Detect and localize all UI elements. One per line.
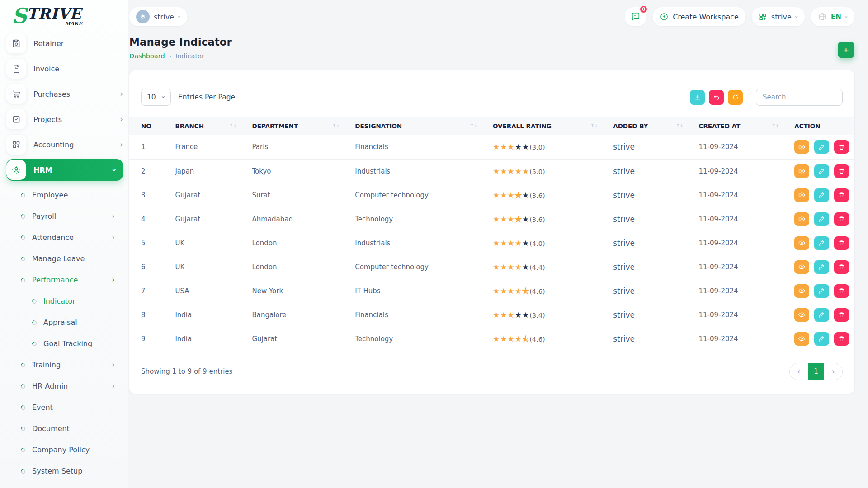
column-header-added-by[interactable]: ADDED BY↑↓ bbox=[609, 117, 694, 135]
view-button[interactable] bbox=[794, 188, 809, 202]
sidebar-item-company-policy[interactable]: Company Policy bbox=[6, 439, 123, 460]
view-button[interactable] bbox=[794, 332, 809, 346]
invoice-icon bbox=[6, 59, 26, 79]
sort-icon[interactable]: ↑↓ bbox=[772, 123, 779, 129]
sidebar-item-label: HRM bbox=[33, 166, 52, 174]
sidebar-item-invoice[interactable]: Invoice bbox=[6, 58, 123, 80]
cell-designation: Financials bbox=[350, 303, 488, 327]
sort-icon[interactable]: ↑↓ bbox=[470, 123, 477, 129]
view-button[interactable] bbox=[794, 284, 809, 298]
sidebar-item-label: Goal Tracking bbox=[43, 339, 92, 348]
cell-overall-rating: ★★★★★(5.0) bbox=[488, 159, 609, 183]
view-button[interactable] bbox=[794, 236, 809, 250]
export-button[interactable] bbox=[690, 90, 705, 105]
sort-icon[interactable]: ↑↓ bbox=[332, 123, 340, 129]
sidebar-item-appraisal[interactable]: Appraisal bbox=[6, 312, 123, 333]
cell-added-by: strive bbox=[609, 231, 694, 255]
undo-button[interactable] bbox=[709, 90, 724, 105]
edit-button[interactable] bbox=[814, 260, 829, 274]
column-header-department[interactable]: DEPARTMENT↑↓ bbox=[247, 117, 350, 135]
added-by-name: strive bbox=[613, 239, 635, 248]
sidebar-nav: Retainer Invoice Purchases › Projects bbox=[0, 30, 128, 482]
chat-button[interactable]: 0 bbox=[625, 7, 646, 26]
hrm-users-icon bbox=[6, 160, 26, 180]
sort-icon[interactable]: ↑↓ bbox=[229, 123, 236, 129]
sidebar-item-performance[interactable]: Performance › bbox=[6, 269, 123, 291]
column-header-created-at[interactable]: CREATED AT↑↓ bbox=[694, 117, 790, 135]
delete-button[interactable] bbox=[834, 332, 849, 346]
edit-button[interactable] bbox=[814, 308, 829, 322]
sort-icon[interactable]: ↑↓ bbox=[676, 123, 683, 129]
pagination: ‹ 1 › bbox=[789, 363, 843, 380]
sidebar-item-retainer[interactable]: Retainer bbox=[6, 33, 123, 54]
edit-button[interactable] bbox=[814, 188, 829, 202]
star-rating: ★★★★★(4.4) bbox=[493, 263, 545, 272]
view-button[interactable] bbox=[794, 140, 809, 154]
sidebar-item-payroll[interactable]: Payroll › bbox=[6, 206, 123, 227]
column-header-no: NO bbox=[129, 117, 170, 135]
cell-designation: IT Hubs bbox=[350, 279, 488, 303]
sidebar-item-accounting[interactable]: Accounting › bbox=[6, 134, 123, 155]
eye-icon bbox=[798, 191, 806, 199]
sidebar-item-hrm[interactable]: HRM › bbox=[6, 159, 123, 181]
view-button[interactable] bbox=[794, 260, 809, 274]
edit-button[interactable] bbox=[814, 164, 829, 178]
language-selector[interactable]: EN › bbox=[811, 7, 854, 26]
star-rating: ★★★★★(3.0) bbox=[493, 142, 545, 151]
pencil-icon bbox=[818, 311, 825, 318]
account-menu[interactable]: strive › bbox=[752, 7, 805, 26]
column-header-action: ACTION bbox=[790, 117, 854, 135]
sidebar-item-indicator[interactable]: Indicator bbox=[6, 291, 123, 312]
cell-added-by: strive bbox=[609, 303, 694, 327]
delete-button[interactable] bbox=[834, 212, 849, 226]
edit-button[interactable] bbox=[814, 236, 829, 250]
delete-button[interactable] bbox=[834, 188, 849, 202]
cell-designation: Technology bbox=[350, 327, 488, 351]
sidebar-item-purchases[interactable]: Purchases › bbox=[6, 83, 123, 105]
delete-button[interactable] bbox=[834, 236, 849, 250]
column-header-overall-rating[interactable]: OVERALL RATING↑↓ bbox=[488, 117, 609, 135]
edit-button[interactable] bbox=[814, 140, 829, 154]
workspace-switcher[interactable]: strive › bbox=[129, 7, 187, 26]
edit-button[interactable] bbox=[814, 284, 829, 298]
delete-button[interactable] bbox=[834, 308, 849, 322]
sidebar-item-hr-admin[interactable]: HR Admin › bbox=[6, 375, 123, 397]
logo-text: TRIVE bbox=[27, 7, 81, 21]
sidebar-item-document[interactable]: Document bbox=[6, 418, 123, 439]
chat-badge: 0 bbox=[639, 5, 648, 14]
view-button[interactable] bbox=[794, 164, 809, 178]
view-button[interactable] bbox=[794, 212, 809, 226]
column-header-branch[interactable]: BRANCH↑↓ bbox=[170, 117, 247, 135]
sidebar-item-projects[interactable]: Projects › bbox=[6, 108, 123, 130]
breadcrumb-dashboard-link[interactable]: Dashboard bbox=[129, 52, 165, 60]
refresh-button[interactable] bbox=[728, 90, 743, 105]
cell-created-at: 11-09-2024 bbox=[694, 135, 790, 159]
entries-per-page-select[interactable]: 10 › bbox=[141, 89, 171, 106]
edit-button[interactable] bbox=[814, 332, 829, 346]
delete-button[interactable] bbox=[834, 284, 849, 298]
delete-button[interactable] bbox=[834, 140, 849, 154]
view-button[interactable] bbox=[794, 308, 809, 322]
create-workspace-button[interactable]: Create Workspace bbox=[653, 7, 745, 26]
add-indicator-button[interactable]: + bbox=[838, 42, 854, 58]
sidebar-item-goal-tracking[interactable]: Goal Tracking bbox=[6, 333, 123, 354]
column-header-designation[interactable]: DESIGNATION↑↓ bbox=[350, 117, 488, 135]
sidebar-item-event[interactable]: Event bbox=[6, 397, 123, 418]
sidebar-item-training[interactable]: Training › bbox=[6, 354, 123, 375]
search-input[interactable] bbox=[756, 89, 843, 106]
sidebar-item-label: Performance bbox=[32, 276, 78, 284]
delete-button[interactable] bbox=[834, 260, 849, 274]
sidebar-item-system-setup[interactable]: System Setup bbox=[6, 460, 123, 482]
pagination-next-button[interactable]: › bbox=[824, 363, 842, 380]
pagination-prev-button[interactable]: ‹ bbox=[790, 363, 808, 380]
delete-button[interactable] bbox=[834, 164, 849, 178]
sort-icon[interactable]: ↑↓ bbox=[590, 123, 598, 129]
sidebar-item-employee[interactable]: Employee bbox=[6, 184, 123, 206]
cart-icon bbox=[6, 84, 26, 104]
sidebar-item-manage-leave[interactable]: Manage Leave bbox=[6, 248, 123, 269]
edit-button[interactable] bbox=[814, 212, 829, 226]
sidebar-item-attendance[interactable]: Attendance › bbox=[6, 227, 123, 248]
star-rating: ★★★★★★(4.6) bbox=[493, 286, 545, 296]
pagination-page-1[interactable]: 1 bbox=[808, 363, 824, 380]
sidebar-item-label: Accounting bbox=[33, 141, 74, 149]
